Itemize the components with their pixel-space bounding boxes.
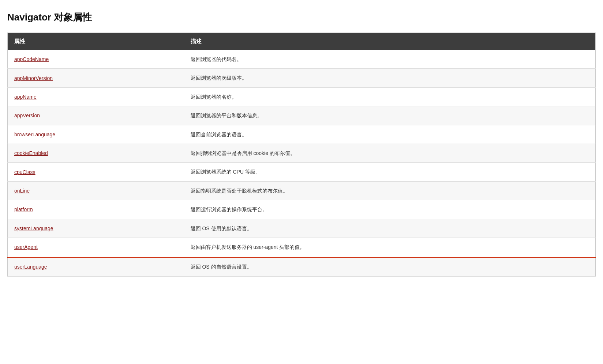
property-cell: cpuClass bbox=[8, 163, 184, 181]
property-link-onLine[interactable]: onLine bbox=[14, 188, 30, 194]
table-row: appMinorVersion返回浏览器的次级版本。 bbox=[8, 69, 596, 87]
table-row: platform返回运行浏览器的操作系统平台。 bbox=[8, 200, 596, 219]
table-row: cookieEnabled返回指明浏览器中是否启用 cookie 的布尔值。 bbox=[8, 144, 596, 162]
property-link-browserLanguage[interactable]: browserLanguage bbox=[14, 132, 55, 137]
description-cell: 返回指明系统是否处于脱机模式的布尔值。 bbox=[184, 181, 596, 200]
table-row: onLine返回指明系统是否处于脱机模式的布尔值。 bbox=[8, 181, 596, 200]
table-row: appCodeName返回浏览器的代码名。 bbox=[8, 50, 596, 69]
header-description: 描述 bbox=[184, 33, 596, 50]
table-row: appVersion返回浏览器的平台和版本信息。 bbox=[8, 106, 596, 125]
property-link-systemLanguage[interactable]: systemLanguage bbox=[14, 225, 53, 231]
description-cell: 返回浏览器系统的 CPU 等级。 bbox=[184, 163, 596, 181]
property-cell: appVersion bbox=[8, 106, 184, 125]
description-cell: 返回由客户机发送服务器的 user-agent 头部的值。 bbox=[184, 238, 596, 257]
property-cell: appMinorVersion bbox=[8, 69, 184, 87]
header-property: 属性 bbox=[8, 33, 184, 50]
property-cell: appName bbox=[8, 87, 184, 106]
property-link-appName[interactable]: appName bbox=[14, 94, 37, 100]
property-cell: cookieEnabled bbox=[8, 144, 184, 162]
table-header-row: 属性 描述 bbox=[8, 33, 596, 50]
property-cell: onLine bbox=[8, 181, 184, 200]
property-link-appMinorVersion[interactable]: appMinorVersion bbox=[14, 75, 53, 81]
property-cell: platform bbox=[8, 200, 184, 219]
property-cell: appCodeName bbox=[8, 50, 184, 69]
property-cell: systemLanguage bbox=[8, 219, 184, 238]
description-cell: 返回浏览器的名称。 bbox=[184, 87, 596, 106]
property-cell: userLanguage bbox=[8, 257, 184, 276]
description-cell: 返回浏览器的次级版本。 bbox=[184, 69, 596, 87]
property-link-appCodeName[interactable]: appCodeName bbox=[14, 56, 49, 62]
description-cell: 返回浏览器的代码名。 bbox=[184, 50, 596, 69]
table-row: userAgent返回由客户机发送服务器的 user-agent 头部的值。 bbox=[8, 238, 596, 257]
table-row: appName返回浏览器的名称。 bbox=[8, 87, 596, 106]
property-link-cpuClass[interactable]: cpuClass bbox=[14, 169, 35, 175]
description-cell: 返回运行浏览器的操作系统平台。 bbox=[184, 200, 596, 219]
description-cell: 返回 OS 的自然语言设置。 bbox=[184, 257, 596, 276]
page-title: Navigator 对象属性 bbox=[7, 11, 596, 24]
property-link-appVersion[interactable]: appVersion bbox=[14, 113, 40, 118]
property-cell: userAgent bbox=[8, 238, 184, 257]
property-link-userLanguage[interactable]: userLanguage bbox=[14, 264, 47, 270]
table-row: systemLanguage返回 OS 使用的默认语言。 bbox=[8, 219, 596, 238]
property-link-cookieEnabled[interactable]: cookieEnabled bbox=[14, 150, 48, 156]
description-cell: 返回 OS 使用的默认语言。 bbox=[184, 219, 596, 238]
table-row: userLanguage返回 OS 的自然语言设置。 bbox=[8, 257, 596, 276]
property-cell: browserLanguage bbox=[8, 125, 184, 144]
navigator-properties-table: 属性 描述 appCodeName返回浏览器的代码名。appMinorVersi… bbox=[7, 33, 596, 277]
property-link-userAgent[interactable]: userAgent bbox=[14, 244, 38, 250]
table-row: browserLanguage返回当前浏览器的语言。 bbox=[8, 125, 596, 144]
table-row: cpuClass返回浏览器系统的 CPU 等级。 bbox=[8, 163, 596, 181]
description-cell: 返回指明浏览器中是否启用 cookie 的布尔值。 bbox=[184, 144, 596, 162]
description-cell: 返回当前浏览器的语言。 bbox=[184, 125, 596, 144]
property-link-platform[interactable]: platform bbox=[14, 206, 33, 212]
description-cell: 返回浏览器的平台和版本信息。 bbox=[184, 106, 596, 125]
